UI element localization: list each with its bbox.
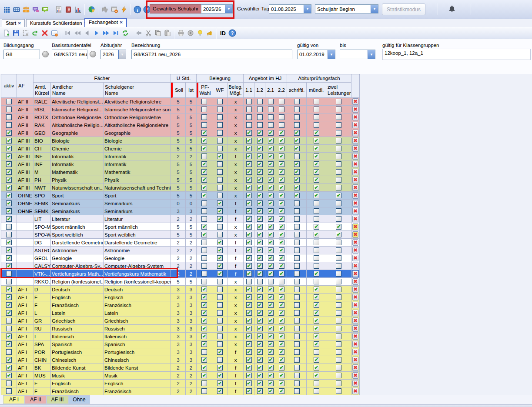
hj-checkbox[interactable]: ✔ <box>268 169 274 175</box>
hj-checkbox[interactable]: ✔ <box>268 208 274 214</box>
hj-checkbox[interactable] <box>268 99 274 104</box>
delete-row-button[interactable]: ✖ <box>352 130 358 136</box>
hj-checkbox[interactable] <box>279 107 284 112</box>
wf-checkbox[interactable]: ✔ <box>217 247 223 253</box>
hj-checkbox[interactable]: ✔ <box>246 216 252 222</box>
muendl-checkbox[interactable]: ✔ <box>314 153 319 159</box>
hj-checkbox[interactable]: ✔ <box>279 349 284 355</box>
pf-wahl-checkbox[interactable] <box>201 240 207 245</box>
bezeichnung-input[interactable]: G8/KST21 neu_2026 <box>131 50 292 59</box>
muendl-checkbox[interactable]: ✔ <box>314 341 319 347</box>
hj-checkbox[interactable]: ✔ <box>257 349 263 355</box>
hj-checkbox[interactable]: ✔ <box>268 373 274 378</box>
delete-row-button[interactable]: ✖ <box>352 294 358 300</box>
schriftl-checkbox[interactable] <box>294 349 300 355</box>
muendl-checkbox[interactable]: ✔ <box>314 146 319 151</box>
hj-checkbox[interactable]: ✔ <box>268 380 274 386</box>
pf-wahl-checkbox[interactable] <box>201 255 207 261</box>
pf-wahl-checkbox[interactable]: ✔ <box>201 302 207 308</box>
hj-checkbox[interactable]: ✔ <box>268 216 274 222</box>
schuljahr-select[interactable]: 2025/26▼ <box>201 4 233 13</box>
nav-next-icon[interactable] <box>92 29 101 37</box>
hj-checkbox[interactable]: ✔ <box>279 294 284 300</box>
zwei-leistungen-checkbox[interactable] <box>336 302 341 308</box>
window-icon[interactable] <box>110 5 119 14</box>
hj-checkbox[interactable]: ✔ <box>257 153 263 159</box>
hj-checkbox[interactable]: ✔ <box>257 232 263 237</box>
hj-checkbox[interactable]: ✔ <box>257 341 263 347</box>
pf-wahl-checkbox[interactable]: ✔ <box>201 193 207 198</box>
hj-checkbox[interactable]: ✔ <box>246 146 252 151</box>
basisstundentafel-info-button[interactable] <box>90 51 96 57</box>
aktiv-checkbox[interactable]: ✔ <box>6 255 12 261</box>
pf-wahl-checkbox[interactable]: ✔ <box>201 310 207 316</box>
wf-checkbox[interactable] <box>217 193 223 198</box>
delete-row-button[interactable]: ✖ <box>352 325 358 332</box>
wf-checkbox[interactable]: ✔ <box>217 216 223 222</box>
export-icon[interactable] <box>186 29 195 37</box>
report-icon[interactable] <box>54 5 63 14</box>
hj-checkbox[interactable]: ✔ <box>257 271 263 277</box>
back-icon[interactable] <box>134 29 143 37</box>
wf-checkbox[interactable] <box>217 169 223 175</box>
wf-checkbox[interactable] <box>217 138 223 143</box>
aktiv-checkbox[interactable]: ✔ <box>6 146 12 151</box>
aktiv-checkbox[interactable]: ✔ <box>6 130 12 136</box>
schriftl-checkbox[interactable] <box>294 263 300 269</box>
hj-checkbox[interactable]: ✔ <box>279 193 284 198</box>
hj-checkbox[interactable]: ✔ <box>257 200 263 206</box>
delete-row-button[interactable]: ✖ <box>352 255 358 261</box>
hint-icon[interactable] <box>196 29 204 37</box>
muendl-checkbox[interactable]: ✔ <box>314 169 319 175</box>
zwei-leistungen-checkbox[interactable] <box>336 380 341 386</box>
hj-checkbox[interactable]: ✔ <box>257 208 263 214</box>
pf-wahl-checkbox[interactable]: ✔ <box>201 224 207 230</box>
wf-checkbox[interactable] <box>217 341 223 347</box>
schriftl-checkbox[interactable] <box>294 310 300 316</box>
zwei-leistungen-checkbox[interactable]: ✔ <box>336 193 341 198</box>
muendl-checkbox[interactable]: ✔ <box>314 287 319 292</box>
hj-checkbox[interactable]: ✔ <box>268 224 274 230</box>
hj-checkbox[interactable]: ✔ <box>257 294 263 300</box>
hj-checkbox[interactable]: ✔ <box>279 185 284 190</box>
hj-checkbox[interactable]: ✔ <box>257 224 263 230</box>
chevron-down-icon[interactable]: ▼ <box>371 5 378 13</box>
muendl-checkbox[interactable]: ✔ <box>314 373 319 378</box>
schriftl-checkbox[interactable] <box>294 255 300 261</box>
wf-checkbox[interactable]: ✔ <box>217 255 223 261</box>
muendl-checkbox[interactable]: ✔ <box>314 161 319 167</box>
muendl-checkbox[interactable]: ✔ <box>314 326 319 331</box>
wf-checkbox[interactable] <box>217 334 223 339</box>
hj-checkbox[interactable]: ✔ <box>257 185 263 190</box>
zwei-leistungen-checkbox[interactable] <box>336 122 341 128</box>
delete-row-button[interactable]: ✖ <box>352 106 358 113</box>
muendl-checkbox[interactable]: ✔ <box>314 357 319 363</box>
hj-checkbox[interactable] <box>257 114 263 120</box>
zwei-leistungen-checkbox[interactable] <box>336 99 341 104</box>
hj-checkbox[interactable]: ✔ <box>268 294 274 300</box>
tab-start[interactable]: Start× <box>2 19 25 27</box>
zwei-leistungen-checkbox[interactable] <box>336 208 341 214</box>
hj-checkbox[interactable]: ✔ <box>279 271 284 277</box>
hj-checkbox[interactable]: ✔ <box>268 240 274 245</box>
hj-checkbox[interactable]: ✔ <box>246 247 252 253</box>
hj-checkbox[interactable]: ✔ <box>257 334 263 339</box>
save-icon[interactable] <box>12 29 20 37</box>
hj-checkbox[interactable]: ✔ <box>279 200 284 206</box>
hj-checkbox[interactable]: ✔ <box>257 263 263 269</box>
close-icon[interactable]: × <box>120 20 123 25</box>
hj-checkbox[interactable]: ✔ <box>268 185 274 190</box>
schriftl-checkbox[interactable]: ✔ <box>294 138 300 143</box>
hj-checkbox[interactable]: ✔ <box>246 318 252 324</box>
muendl-checkbox[interactable] <box>314 263 319 269</box>
hj-checkbox[interactable]: ✔ <box>279 388 284 394</box>
muendl-checkbox[interactable] <box>314 279 319 284</box>
hj-checkbox[interactable]: ✔ <box>279 310 284 316</box>
hj-checkbox[interactable]: ✔ <box>257 161 263 167</box>
hj-checkbox[interactable]: ✔ <box>279 161 284 167</box>
muendl-checkbox[interactable] <box>314 380 319 386</box>
id-button[interactable]: ID <box>218 30 228 37</box>
hj-checkbox[interactable]: ✔ <box>279 224 284 230</box>
chevron-down-icon[interactable]: ▼ <box>368 50 375 59</box>
hj-checkbox[interactable]: ✔ <box>257 138 263 143</box>
